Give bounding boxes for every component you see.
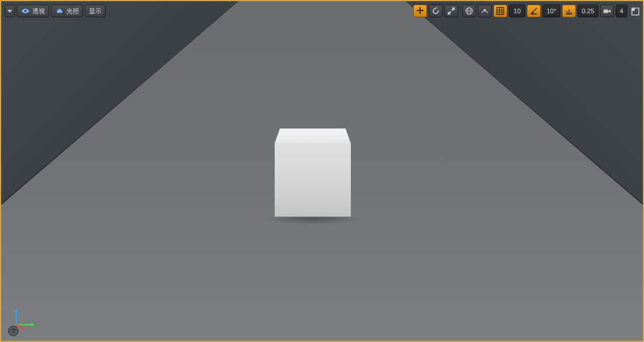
grid-icon [496,7,504,15]
viewport-3d[interactable] [1,1,643,341]
lighting-button[interactable]: 光照 [51,5,83,17]
world-local-button[interactable] [462,5,476,17]
scale-tool-button[interactable] [444,5,458,17]
cube-front-face [275,143,351,217]
move-icon [416,7,424,15]
caret-down-icon [8,10,12,13]
scale-snap-button[interactable] [562,5,576,17]
viewport-toolbar: 透视 光照 显示 [5,5,639,18]
camera-icon [603,7,611,15]
cube-top-face [275,128,351,143]
grid-snap-value[interactable]: 10 [509,5,525,17]
toolbar-left-group: 透视 光照 显示 [5,5,106,18]
perspective-button[interactable]: 透视 [17,5,49,17]
scene-cube[interactable] [272,111,353,218]
help-label: ? [12,328,15,334]
camera-speed-button[interactable] [600,5,614,17]
surface-snap-button[interactable] [478,5,492,17]
help-button[interactable]: ? [8,326,18,336]
svg-rect-4 [604,9,608,13]
surface-snap-icon [481,7,489,15]
lighting-label: 光照 [66,7,79,16]
svg-point-3 [484,9,486,12]
angle-snap-button[interactable] [527,5,541,17]
show-button[interactable]: 显示 [85,5,106,17]
viewport-options-dropdown[interactable] [5,5,15,17]
arrowhead-z [14,308,18,312]
viewport-frame: 透视 光照 显示 [0,0,644,342]
maximize-viewport-button[interactable] [631,8,639,16]
perspective-label: 透视 [32,7,45,16]
camera-speed-value[interactable]: 4 [616,5,627,17]
angle-snap-value[interactable]: 10° [542,5,560,17]
rotate-icon [432,7,440,15]
arrowhead-y [31,323,35,326]
move-tool-button[interactable] [413,5,427,17]
toolbar-right-group: 10 10° 0.25 4 [413,5,639,18]
scale-snap-icon [565,7,573,15]
rotate-tool-button[interactable] [429,5,443,17]
svg-rect-6 [632,8,635,11]
perspective-icon [21,8,30,14]
grid-snap-button[interactable] [493,5,507,17]
globe-icon [465,7,473,15]
angle-icon [530,7,538,15]
show-label: 显示 [89,7,102,16]
lighting-icon [55,8,64,14]
scale-icon [447,7,455,15]
scale-snap-value[interactable]: 0.25 [578,5,598,17]
